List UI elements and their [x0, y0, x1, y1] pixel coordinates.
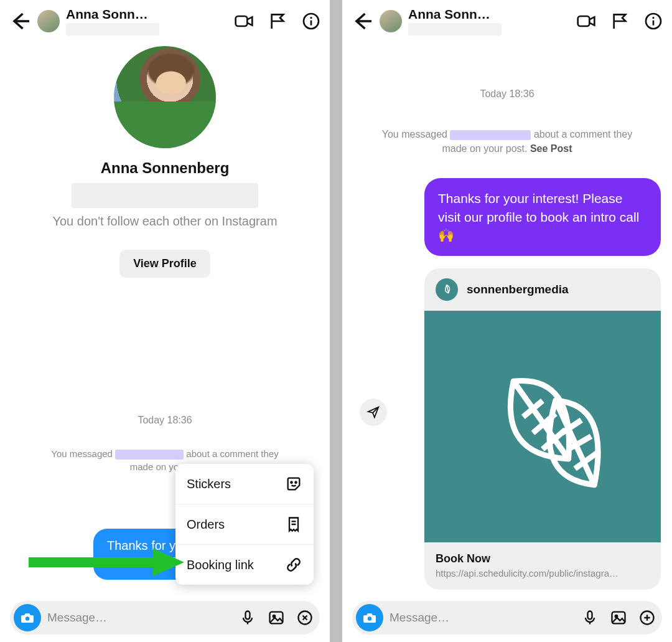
see-post-link[interactable]: See Post — [530, 143, 572, 154]
dm-screen-right: Anna Sonn… Today 18:36 You messaged abou… — [342, 0, 672, 642]
header-title: Anna Sonn… — [66, 7, 148, 22]
dm-screen-left: Anna Sonn… Anna Sonnenberg You don't fol… — [0, 0, 330, 642]
leaf-avatar-icon — [440, 283, 454, 296]
header-title-wrap[interactable]: Anna Sonn… — [66, 7, 230, 35]
chat-header: Anna Sonn… — [342, 0, 672, 37]
flag-icon[interactable] — [268, 11, 287, 31]
redacted-name — [450, 130, 531, 140]
pane-divider — [330, 0, 342, 642]
mic-icon[interactable] — [581, 609, 599, 626]
card-cta[interactable]: Book Now https://api.schedulicity.com/pu… — [424, 542, 661, 590]
context-line2a: made on your post. — [442, 143, 530, 154]
gallery-icon[interactable] — [610, 609, 627, 626]
popover-item-stickers[interactable]: Stickers — [175, 464, 314, 504]
message-composer — [352, 601, 662, 635]
svg-rect-16 — [588, 611, 592, 620]
timestamp: Today 18:36 — [353, 88, 661, 100]
svg-point-3 — [291, 482, 292, 483]
bubble-text: Thanks for your interest! Please visit o… — [438, 191, 639, 242]
gallery-icon[interactable] — [268, 609, 285, 626]
video-call-icon[interactable] — [576, 11, 596, 31]
mic-icon[interactable] — [239, 609, 256, 626]
plus-circle-icon[interactable] — [638, 609, 656, 626]
context-prefix: You messaged — [382, 129, 450, 139]
popover-item-orders[interactable]: Orders — [175, 504, 314, 544]
profile-intro-block: Anna Sonnenberg You don't follow each ot… — [0, 37, 330, 278]
camera-icon — [362, 610, 377, 625]
profile-handle-redacted — [72, 183, 258, 208]
header-title-wrap[interactable]: Anna Sonn… — [408, 7, 572, 35]
header-subtitle-redacted — [66, 23, 159, 35]
chat-header: Anna Sonn… — [0, 0, 330, 37]
message-input[interactable] — [390, 611, 575, 625]
svg-rect-5 — [29, 557, 153, 567]
card-username: sonnenbergmedia — [467, 283, 569, 296]
header-avatar[interactable] — [380, 10, 402, 32]
svg-point-2 — [310, 17, 312, 19]
svg-rect-12 — [578, 16, 590, 26]
context-mid: about a comment they — [184, 448, 279, 459]
receipt-icon — [285, 516, 302, 533]
header-subtitle-redacted — [408, 23, 502, 35]
leaves-icon — [462, 346, 623, 507]
back-button[interactable] — [351, 10, 373, 32]
card-cta-url: https://api.schedulicity.com/public/inst… — [436, 568, 650, 578]
camera-icon — [20, 610, 35, 625]
profile-name: Anna Sonnenberg — [101, 159, 230, 177]
message-composer — [10, 601, 320, 635]
info-icon[interactable] — [301, 11, 321, 31]
message-input[interactable] — [47, 611, 233, 625]
svg-point-7 — [26, 616, 29, 620]
view-profile-button[interactable]: View Profile — [119, 250, 210, 278]
flag-icon[interactable] — [610, 11, 630, 31]
video-call-icon[interactable] — [234, 11, 254, 31]
timestamp: Today 18:36 — [0, 415, 330, 426]
popover-label: Stickers — [187, 477, 231, 491]
link-icon — [285, 556, 302, 574]
svg-point-14 — [652, 17, 654, 19]
svg-rect-0 — [236, 16, 248, 26]
back-arrow-icon — [351, 10, 373, 32]
back-arrow-icon — [9, 10, 31, 32]
profile-avatar[interactable] — [114, 46, 216, 148]
attachment-popover: Stickers Orders Booking link — [175, 464, 314, 585]
redacted-name — [115, 450, 184, 460]
sent-message-bubble[interactable]: Thanks for your interest! Please visit o… — [424, 178, 661, 255]
header-title: Anna Sonn… — [408, 7, 490, 22]
close-circle-icon[interactable] — [296, 609, 314, 626]
system-context-text: You messaged about a comment they made o… — [353, 127, 661, 156]
svg-marker-6 — [153, 549, 184, 576]
card-image — [424, 311, 661, 542]
context-prefix: You messaged — [51, 448, 115, 459]
header-avatar[interactable] — [37, 10, 60, 32]
svg-point-15 — [368, 616, 371, 620]
card-header: sonnenbergmedia — [424, 268, 661, 311]
card-cta-title: Book Now — [436, 552, 650, 565]
share-button[interactable] — [360, 399, 387, 426]
annotation-arrow-icon — [29, 549, 184, 576]
shared-link-card[interactable]: sonnenbergmedia Book Now https://api.sch… — [424, 268, 661, 590]
popover-label: Booking link — [187, 558, 254, 572]
svg-point-4 — [295, 482, 296, 483]
back-button[interactable] — [9, 10, 31, 32]
card-avatar — [436, 278, 458, 301]
popover-label: Orders — [187, 517, 225, 532]
sticker-icon — [285, 475, 302, 493]
popover-item-booking-link[interactable]: Booking link — [175, 544, 314, 585]
camera-button[interactable] — [356, 604, 383, 631]
paper-plane-icon — [366, 405, 380, 419]
svg-rect-8 — [246, 611, 250, 620]
follow-status-text: You don't follow each other on Instagram — [52, 214, 277, 229]
camera-button[interactable] — [14, 604, 41, 631]
info-icon[interactable] — [643, 11, 663, 31]
context-mid: about a comment they — [531, 129, 632, 139]
